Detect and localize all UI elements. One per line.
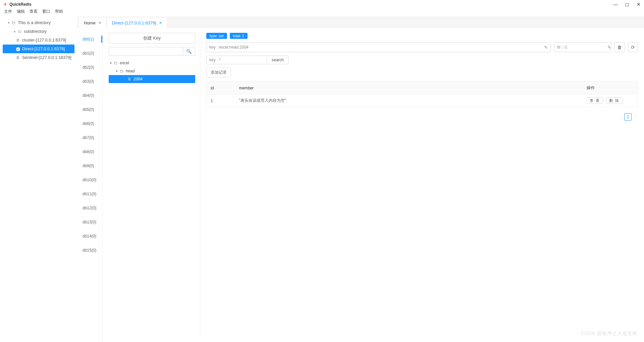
cell-actions: 查 看 删 除 <box>583 94 638 107</box>
close-button[interactable]: ✕ <box>637 2 641 7</box>
tree-connection-cluster[interactable]: cluster-[127.0.0.1:6379] <box>0 36 77 45</box>
db-item-5[interactable]: db5(0) <box>77 102 102 117</box>
total-badge: total: 1 <box>230 33 248 39</box>
db-item-15[interactable]: db15(0) <box>77 243 102 257</box>
close-icon[interactable]: ✕ <box>159 21 162 25</box>
pagination: 〈 1 〉 <box>206 113 638 121</box>
db-item-0[interactable]: db0(1) <box>77 32 102 46</box>
key-tree-label: 2004 <box>133 77 143 81</box>
key-search-button[interactable]: 🔍 <box>183 47 195 56</box>
refresh-icon: ⟳ <box>631 45 635 50</box>
folder-icon <box>120 69 124 73</box>
chevron-right-icon: ▸ <box>14 30 16 33</box>
close-icon[interactable]: ✕ <box>98 21 101 25</box>
db-item-1[interactable]: db1(0) <box>77 46 102 60</box>
tree-connection-label: Direct-[127.0.0.1:6379] <box>22 47 65 51</box>
tree-root-label: This is a directory <box>18 20 51 25</box>
file-icon <box>16 55 20 60</box>
tab-label: Direct-[127.0.0.1:6379] <box>112 20 156 25</box>
menu-view[interactable]: 查看 <box>30 9 38 14</box>
db-item-14[interactable]: db14(0) <box>77 229 102 243</box>
key-panel: 创建 Key 🔍 ▾ excel ▾ h <box>103 28 200 342</box>
maximize-button[interactable]: ◻ <box>625 2 629 7</box>
db-item-12[interactable]: db12(0) <box>77 201 102 215</box>
tabs-bar: Home ✕ Direct-[127.0.0.1:6379] ✕ <box>77 18 644 28</box>
search-icon: 🔍 <box>186 49 192 54</box>
db-list: db0(1) db1(0) db2(0) db3(0) db4(0) db5(0… <box>77 28 102 342</box>
edit-icon[interactable]: ✎ <box>607 45 611 50</box>
delete-key-button[interactable]: 🗑 <box>614 42 625 52</box>
db-item-7[interactable]: db7(0) <box>77 131 102 145</box>
chevron-down-icon: ▾ <box>8 21 10 24</box>
tree-subdirectory[interactable]: ▸ subdirectory <box>0 27 77 36</box>
chevron-down-icon: ▾ <box>116 69 118 73</box>
menubar: 文件 编辑 查看 窗口 帮助 <box>0 7 644 16</box>
member-filter-input[interactable] <box>206 56 267 64</box>
tree-connection-label: Sentinel-[127.0.0.1:16379] <box>22 55 71 60</box>
menu-window[interactable]: 窗口 <box>42 9 50 14</box>
col-action: 操作 <box>583 82 638 94</box>
key-tree-label: excel <box>120 61 129 65</box>
tree-connection-label: cluster-[127.0.0.1:6379] <box>22 38 66 43</box>
titlebar: ✈ QuickRedis — ◻ ✕ <box>0 0 644 7</box>
menu-file[interactable]: 文件 <box>4 9 12 14</box>
table-row: 1 "表头有误或导入内容为空" 查 看 删 除 <box>207 94 638 107</box>
folder-icon <box>12 20 16 25</box>
delete-button[interactable]: 删 除 <box>606 97 623 104</box>
db-item-13[interactable]: db13(0) <box>77 215 102 229</box>
col-member: member <box>235 82 583 94</box>
tree-sub-label: subdirectory <box>24 29 47 34</box>
app-title: QuickRedis <box>9 2 32 7</box>
trash-icon: 🗑 <box>617 45 622 50</box>
col-id: id <box>207 82 235 94</box>
menu-edit[interactable]: 编辑 <box>17 9 25 14</box>
minimize-button[interactable]: — <box>613 2 618 7</box>
key-tree-node-head[interactable]: ▾ head <box>109 67 195 75</box>
cell-id: 1 <box>207 94 235 107</box>
key-tree-node-2004[interactable]: 2004 <box>109 75 195 83</box>
menu-help[interactable]: 帮助 <box>55 9 63 14</box>
add-record-button[interactable]: 添加记录 <box>206 68 231 77</box>
detail-panel: type: set total: 1 ✎ ✎ 🗑 <box>200 28 644 342</box>
db-item-2[interactable]: db2(0) <box>77 60 102 74</box>
key-tree-label: head <box>126 69 135 73</box>
type-badge: type: set <box>206 33 227 39</box>
tree-root[interactable]: ▾ This is a directory <box>0 18 77 27</box>
db-item-11[interactable]: db11(0) <box>77 187 102 201</box>
tab-home[interactable]: Home ✕ <box>79 18 106 28</box>
member-search-button[interactable]: search <box>267 56 289 64</box>
member-table: id member 操作 1 "表头有误或导入内容为空" 查 看 删 除 <box>206 81 638 107</box>
file-icon <box>127 77 131 81</box>
file-icon <box>16 38 20 43</box>
cell-member: "表头有误或导入内容为空" <box>235 94 583 107</box>
tab-direct[interactable]: Direct-[127.0.0.1:6379] ✕ <box>107 18 167 28</box>
refresh-button[interactable]: ⟳ <box>628 42 638 52</box>
tab-label: Home <box>84 20 96 25</box>
db-item-4[interactable]: db4(0) <box>77 88 102 102</box>
app-icon: ✈ <box>3 2 7 7</box>
key-tree-node-excel[interactable]: ▾ excel <box>109 59 195 67</box>
page-next[interactable]: 〉 <box>634 115 638 120</box>
db-item-6[interactable]: db6(0) <box>77 117 102 131</box>
chevron-down-icon: ▾ <box>110 61 112 65</box>
key-search-input[interactable] <box>109 47 183 56</box>
tree-connection-direct[interactable]: Direct-[127.0.0.1:6379] <box>3 45 74 53</box>
db-item-8[interactable]: db8(0) <box>77 145 102 159</box>
view-button[interactable]: 查 看 <box>587 97 603 104</box>
connection-tree: ▾ This is a directory ▸ subdirectory clu… <box>0 16 77 342</box>
page-prev[interactable]: 〈 <box>618 115 622 120</box>
db-item-3[interactable]: db3(0) <box>77 74 102 88</box>
ttl-input[interactable] <box>557 45 607 50</box>
db-item-10[interactable]: db10(0) <box>77 173 102 187</box>
key-name-input[interactable] <box>209 45 544 50</box>
db-item-9[interactable]: db9(0) <box>77 159 102 173</box>
edit-icon[interactable]: ✎ <box>544 45 548 50</box>
check-circle-icon <box>16 47 20 51</box>
folder-icon <box>114 61 118 65</box>
tree-connection-sentinel[interactable]: Sentinel-[127.0.0.1:16379] <box>0 53 77 62</box>
folder-icon <box>18 29 22 34</box>
create-key-button[interactable]: 创建 Key <box>109 33 195 44</box>
page-number[interactable]: 1 <box>624 113 632 121</box>
